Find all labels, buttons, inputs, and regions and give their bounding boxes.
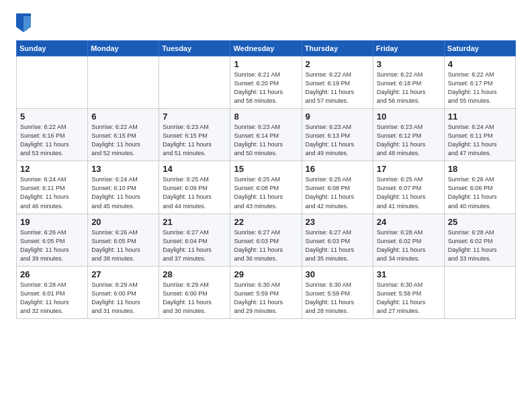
- logo: [16, 13, 34, 32]
- day-cell: 20Sunrise: 6:26 AM Sunset: 6:05 PM Dayli…: [88, 214, 159, 266]
- day-number: 28: [163, 269, 226, 279]
- weekday-header-tuesday: Tuesday: [159, 41, 230, 56]
- day-cell: 22Sunrise: 6:27 AM Sunset: 6:03 PM Dayli…: [230, 214, 302, 266]
- page: SundayMondayTuesdayWednesdayThursdayFrid…: [0, 0, 532, 411]
- day-number: 21: [163, 217, 226, 227]
- day-cell: 5Sunrise: 6:22 AM Sunset: 6:16 PM Daylig…: [17, 109, 88, 161]
- day-info: Sunrise: 6:27 AM Sunset: 6:03 PM Dayligh…: [306, 228, 369, 263]
- day-cell: 23Sunrise: 6:27 AM Sunset: 6:03 PM Dayli…: [302, 214, 373, 266]
- day-cell: 10Sunrise: 6:23 AM Sunset: 6:12 PM Dayli…: [373, 109, 444, 161]
- logo-icon: [16, 13, 31, 32]
- day-info: Sunrise: 6:24 AM Sunset: 6:10 PM Dayligh…: [91, 175, 155, 210]
- day-number: 7: [163, 111, 226, 122]
- day-cell: 4Sunrise: 6:22 AM Sunset: 6:17 PM Daylig…: [444, 56, 515, 109]
- day-info: Sunrise: 6:22 AM Sunset: 6:18 PM Dayligh…: [377, 71, 441, 105]
- day-info: Sunrise: 6:27 AM Sunset: 6:03 PM Dayligh…: [234, 228, 298, 263]
- day-cell: 13Sunrise: 6:24 AM Sunset: 6:10 PM Dayli…: [88, 161, 159, 214]
- day-info: Sunrise: 6:25 AM Sunset: 6:07 PM Dayligh…: [377, 175, 441, 210]
- day-number: 17: [377, 164, 441, 174]
- day-number: 13: [91, 164, 155, 174]
- day-cell: 24Sunrise: 6:28 AM Sunset: 6:02 PM Dayli…: [373, 214, 444, 266]
- day-cell: 9Sunrise: 6:23 AM Sunset: 6:13 PM Daylig…: [302, 109, 373, 161]
- weekday-header-monday: Monday: [88, 41, 159, 56]
- day-number: 30: [306, 269, 369, 279]
- day-info: Sunrise: 6:28 AM Sunset: 6:02 PM Dayligh…: [377, 228, 441, 263]
- day-info: Sunrise: 6:25 AM Sunset: 6:08 PM Dayligh…: [234, 175, 298, 210]
- day-info: Sunrise: 6:30 AM Sunset: 5:59 PM Dayligh…: [306, 281, 369, 316]
- day-info: Sunrise: 6:28 AM Sunset: 6:01 PM Dayligh…: [20, 281, 84, 316]
- day-number: 14: [163, 164, 226, 174]
- day-info: Sunrise: 6:23 AM Sunset: 6:12 PM Dayligh…: [377, 123, 441, 158]
- day-info: Sunrise: 6:23 AM Sunset: 6:14 PM Dayligh…: [234, 123, 298, 158]
- day-info: Sunrise: 6:21 AM Sunset: 6:20 PM Dayligh…: [234, 71, 298, 105]
- day-cell: 3Sunrise: 6:22 AM Sunset: 6:18 PM Daylig…: [373, 56, 444, 109]
- day-number: 18: [448, 164, 512, 174]
- week-row-4: 26Sunrise: 6:28 AM Sunset: 6:01 PM Dayli…: [17, 266, 516, 318]
- day-info: Sunrise: 6:22 AM Sunset: 6:15 PM Dayligh…: [91, 123, 155, 158]
- week-row-2: 12Sunrise: 6:24 AM Sunset: 6:11 PM Dayli…: [17, 161, 516, 214]
- day-number: 20: [91, 217, 155, 227]
- day-number: 2: [306, 59, 369, 69]
- day-cell: 17Sunrise: 6:25 AM Sunset: 6:07 PM Dayli…: [373, 161, 444, 214]
- day-info: Sunrise: 6:29 AM Sunset: 6:00 PM Dayligh…: [91, 281, 155, 316]
- week-row-1: 5Sunrise: 6:22 AM Sunset: 6:16 PM Daylig…: [17, 109, 516, 161]
- day-info: Sunrise: 6:25 AM Sunset: 6:09 PM Dayligh…: [163, 175, 226, 210]
- day-number: 23: [306, 217, 369, 227]
- day-info: Sunrise: 6:23 AM Sunset: 6:13 PM Dayligh…: [306, 123, 369, 158]
- day-cell: 2Sunrise: 6:22 AM Sunset: 6:19 PM Daylig…: [302, 56, 373, 109]
- weekday-header-wednesday: Wednesday: [230, 41, 302, 56]
- day-info: Sunrise: 6:26 AM Sunset: 6:05 PM Dayligh…: [91, 228, 155, 263]
- svg-marker-1: [24, 16, 31, 32]
- day-cell: 30Sunrise: 6:30 AM Sunset: 5:59 PM Dayli…: [302, 266, 373, 318]
- day-cell: 27Sunrise: 6:29 AM Sunset: 6:00 PM Dayli…: [88, 266, 159, 318]
- day-cell: 21Sunrise: 6:27 AM Sunset: 6:04 PM Dayli…: [159, 214, 230, 266]
- day-cell: [444, 266, 515, 318]
- day-cell: 8Sunrise: 6:23 AM Sunset: 6:14 PM Daylig…: [230, 109, 302, 161]
- day-number: 31: [377, 269, 441, 279]
- day-number: 16: [306, 164, 369, 174]
- day-cell: [17, 56, 88, 109]
- week-row-0: 1Sunrise: 6:21 AM Sunset: 6:20 PM Daylig…: [17, 56, 516, 109]
- day-cell: 16Sunrise: 6:25 AM Sunset: 6:08 PM Dayli…: [302, 161, 373, 214]
- day-info: Sunrise: 6:24 AM Sunset: 6:11 PM Dayligh…: [448, 123, 512, 158]
- day-info: Sunrise: 6:23 AM Sunset: 6:15 PM Dayligh…: [163, 123, 226, 158]
- day-info: Sunrise: 6:26 AM Sunset: 6:06 PM Dayligh…: [448, 175, 512, 210]
- weekday-header-row: SundayMondayTuesdayWednesdayThursdayFrid…: [17, 41, 516, 56]
- day-number: 1: [234, 59, 298, 69]
- day-number: 27: [91, 269, 155, 279]
- day-number: 19: [20, 217, 84, 227]
- day-number: 24: [377, 217, 441, 227]
- day-cell: 28Sunrise: 6:29 AM Sunset: 6:00 PM Dayli…: [159, 266, 230, 318]
- day-number: 9: [306, 111, 369, 122]
- weekday-header-thursday: Thursday: [302, 41, 373, 56]
- day-number: 29: [234, 269, 298, 279]
- weekday-header-sunday: Sunday: [17, 41, 88, 56]
- day-number: 6: [91, 111, 155, 122]
- day-cell: 19Sunrise: 6:26 AM Sunset: 6:05 PM Dayli…: [17, 214, 88, 266]
- day-number: 15: [234, 164, 298, 174]
- weekday-header-friday: Friday: [373, 41, 444, 56]
- day-info: Sunrise: 6:25 AM Sunset: 6:08 PM Dayligh…: [306, 175, 369, 210]
- day-number: 3: [377, 59, 441, 69]
- day-cell: 15Sunrise: 6:25 AM Sunset: 6:08 PM Dayli…: [230, 161, 302, 214]
- header: [16, 13, 516, 32]
- day-info: Sunrise: 6:27 AM Sunset: 6:04 PM Dayligh…: [163, 228, 226, 263]
- weekday-header-saturday: Saturday: [444, 41, 515, 56]
- day-number: 26: [20, 269, 84, 279]
- day-number: 11: [448, 111, 512, 122]
- day-number: 4: [448, 59, 512, 69]
- day-number: 12: [20, 164, 84, 174]
- day-number: 5: [20, 111, 84, 122]
- day-info: Sunrise: 6:26 AM Sunset: 6:05 PM Dayligh…: [20, 228, 84, 263]
- day-info: Sunrise: 6:22 AM Sunset: 6:16 PM Dayligh…: [20, 123, 84, 158]
- calendar-table: SundayMondayTuesdayWednesdayThursdayFrid…: [16, 40, 516, 319]
- day-info: Sunrise: 6:22 AM Sunset: 6:19 PM Dayligh…: [306, 71, 369, 105]
- day-cell: [88, 56, 159, 109]
- day-cell: 29Sunrise: 6:30 AM Sunset: 5:59 PM Dayli…: [230, 266, 302, 318]
- day-cell: 14Sunrise: 6:25 AM Sunset: 6:09 PM Dayli…: [159, 161, 230, 214]
- day-cell: 18Sunrise: 6:26 AM Sunset: 6:06 PM Dayli…: [444, 161, 515, 214]
- day-cell: 6Sunrise: 6:22 AM Sunset: 6:15 PM Daylig…: [88, 109, 159, 161]
- day-info: Sunrise: 6:30 AM Sunset: 5:59 PM Dayligh…: [234, 281, 298, 316]
- day-info: Sunrise: 6:22 AM Sunset: 6:17 PM Dayligh…: [448, 71, 512, 105]
- day-cell: [159, 56, 230, 109]
